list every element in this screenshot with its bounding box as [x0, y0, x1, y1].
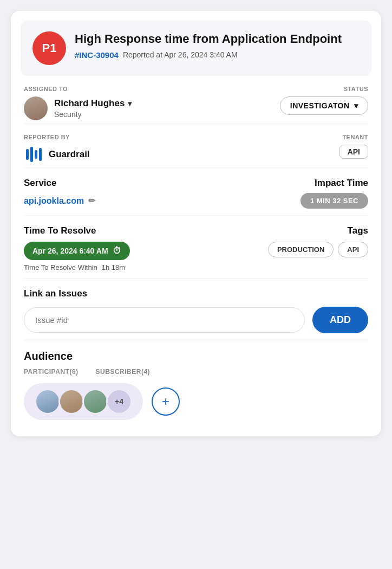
- svg-rect-1: [30, 147, 33, 162]
- assignee-wrap[interactable]: Richard Hughes ▾ Security: [24, 96, 132, 120]
- audience-avatar-2: [58, 389, 84, 415]
- audience-section: Audience PARTICIPANT(6) SUBSCRIBER(4) +4…: [24, 340, 368, 420]
- tenant-label: TENANT: [342, 134, 368, 140]
- tags-wrap: PRODUCTION API: [268, 242, 368, 257]
- status-dropdown[interactable]: INVESTIGATON ▾: [280, 96, 368, 115]
- svg-rect-2: [35, 150, 37, 159]
- audience-avatars-row: +4 +: [24, 383, 368, 420]
- svg-rect-0: [26, 149, 29, 160]
- status-value: INVESTIGATON: [290, 101, 350, 110]
- more-count-badge: +4: [106, 389, 132, 415]
- incident-id[interactable]: #INC-30904: [75, 50, 119, 60]
- resolve-left: Apr 26, 2024 6:40 AM ⏱ Time To Resolve W…: [24, 242, 130, 271]
- assignee-role: Security: [54, 110, 132, 119]
- reporter-label: REPORTED BY: [24, 134, 90, 140]
- add-button[interactable]: ADD: [312, 307, 368, 333]
- incident-title: High Response time from Application Endp…: [75, 31, 342, 47]
- incident-meta: #INC-30904 Reported at Apr 26, 2024 3:40…: [75, 50, 342, 60]
- status-col: STATUS INVESTIGATON ▾: [280, 86, 368, 115]
- assigned-label: ASSIGNED TO: [24, 86, 132, 92]
- priority-badge: P1: [32, 31, 66, 65]
- audience-avatar-1: [35, 389, 61, 415]
- link-issues-section: Link an Issues ADD: [24, 279, 368, 340]
- reported-at: Reported at Apr 26, 2024 3:40 AM: [123, 50, 238, 59]
- service-labels: Service Impact Time: [24, 178, 368, 189]
- reporter-name: Guardrail: [49, 149, 90, 160]
- resolve-header: Time To Resolve Tags: [24, 225, 368, 236]
- assignee-chevron-icon[interactable]: ▾: [128, 99, 132, 108]
- participant-label: PARTICIPANT(6): [24, 368, 79, 376]
- service-url-text: api.jookla.com: [24, 196, 84, 206]
- resolve-title: Time To Resolve: [24, 225, 96, 236]
- service-impact-row: Service Impact Time api.jookla.com ✏ 1 M…: [24, 168, 368, 216]
- tag-production[interactable]: PRODUCTION: [268, 242, 334, 257]
- reporter-col: REPORTED BY Guardrail: [24, 134, 90, 164]
- header-text: High Response time from Application Endp…: [75, 31, 342, 60]
- status-chevron-icon: ▾: [354, 101, 358, 110]
- assignee-avatar: [24, 96, 48, 120]
- audience-labels: PARTICIPANT(6) SUBSCRIBER(4): [24, 368, 368, 376]
- status-label: STATUS: [344, 86, 368, 92]
- resolve-date-badge[interactable]: Apr 26, 2024 6:40 AM ⏱: [24, 242, 130, 260]
- resolve-tags-row: Time To Resolve Tags Apr 26, 2024 6:40 A…: [24, 216, 368, 279]
- resolve-date-text: Apr 26, 2024 6:40 AM: [32, 247, 108, 255]
- link-issues-row: ADD: [24, 307, 368, 333]
- tenant-col: TENANT API: [339, 134, 368, 159]
- guardrail-icon: [24, 145, 43, 164]
- service-label: Service: [24, 178, 57, 189]
- incident-card: P1 High Response time from Application E…: [11, 11, 381, 436]
- clock-icon: ⏱: [113, 246, 121, 256]
- tags-title: Tags: [348, 225, 368, 236]
- edit-icon[interactable]: ✏: [88, 196, 95, 206]
- resolve-content: Apr 26, 2024 6:40 AM ⏱ Time To Resolve W…: [24, 242, 368, 271]
- impact-label: Impact Time: [315, 178, 368, 189]
- service-values: api.jookla.com ✏ 1 MIN 32 SEC: [24, 193, 368, 209]
- reporter-tenant-row: REPORTED BY Guardrail TENANT API: [24, 124, 368, 168]
- audience-avatar-3: [82, 389, 108, 415]
- resolve-sub: Time To Resolve Within -1h 18m: [24, 263, 130, 271]
- impact-time-badge: 1 MIN 32 SEC: [300, 193, 368, 209]
- link-issues-title: Link an Issues: [24, 288, 368, 299]
- assigned-status-row: ASSIGNED TO Richard Hughes ▾ Security ST…: [24, 76, 368, 124]
- tag-api[interactable]: API: [338, 242, 368, 257]
- tenant-badge: API: [339, 145, 368, 159]
- assigned-col: ASSIGNED TO Richard Hughes ▾ Security: [24, 86, 132, 120]
- service-url[interactable]: api.jookla.com ✏: [24, 196, 95, 206]
- incident-header: P1 High Response time from Application E…: [21, 21, 371, 76]
- issue-input[interactable]: [24, 307, 305, 333]
- assignee-info: Richard Hughes ▾ Security: [54, 98, 132, 119]
- svg-rect-3: [39, 148, 42, 161]
- plus-icon: +: [162, 394, 169, 409]
- audience-title: Audience: [24, 350, 368, 363]
- assignee-name: Richard Hughes ▾: [54, 98, 132, 109]
- body-section: ASSIGNED TO Richard Hughes ▾ Security ST…: [11, 76, 381, 420]
- audience-avatar-group: +4: [24, 383, 143, 420]
- reporter-wrap: Guardrail: [24, 145, 90, 164]
- add-audience-button[interactable]: +: [152, 387, 180, 416]
- subscriber-label: SUBSCRIBER(4): [96, 368, 151, 376]
